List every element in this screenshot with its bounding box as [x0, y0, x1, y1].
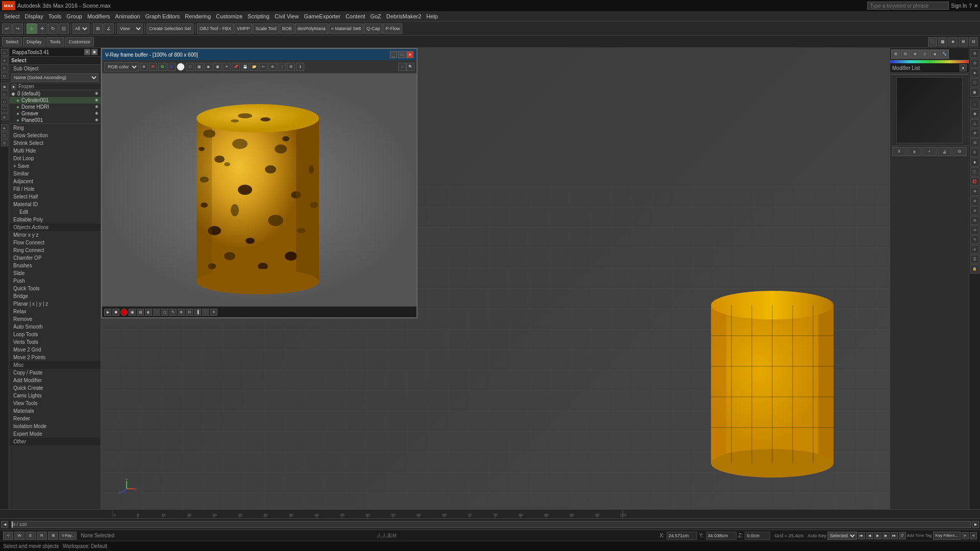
filter-dropdown[interactable]: All	[72, 23, 89, 34]
status-v-ray-btn[interactable]: V-Ray...	[59, 532, 77, 540]
fr-btn-21[interactable]: ⊎	[970, 245, 979, 254]
redo-btn[interactable]: ↪	[13, 23, 23, 34]
vray-status-icon-3[interactable]: ▣	[129, 309, 136, 316]
timeline-bar[interactable]: 0 / 100	[11, 521, 971, 528]
vray-status-icon-7[interactable]: ◻	[161, 309, 168, 316]
sort-dropdown[interactable]: Name (Sorted Ascending)	[11, 73, 99, 82]
fr-btn-16[interactable]: ⊛	[970, 196, 979, 206]
skip-btn[interactable]: ⊳	[962, 532, 969, 539]
vray-status-red[interactable]	[120, 309, 128, 316]
vray-btn-undo[interactable]: ↩	[259, 63, 267, 71]
tool-shrink-select[interactable]: Shrink Select	[9, 139, 101, 147]
vray-btn-lamp[interactable]: ☀	[223, 63, 231, 71]
tool-brushes[interactable]: Brushes	[9, 262, 101, 269]
rp-btn-utility[interactable]: 🔧	[940, 49, 949, 59]
vray-btn-pin[interactable]: 📌	[232, 63, 240, 71]
tb2-icon-4[interactable]: ⊞	[959, 37, 968, 46]
view-dropdown[interactable]: View	[117, 23, 143, 34]
scale-tool-btn[interactable]: Scale Tool	[253, 23, 279, 34]
tool-edit[interactable]: Edit	[9, 208, 101, 216]
fr-btn-10[interactable]: ☰	[970, 138, 979, 147]
tool-save[interactable]: + Save	[9, 162, 101, 170]
vray-status-icon-8[interactable]: ✎	[169, 309, 177, 316]
tool-expert-mode[interactable]: Expert Mode	[9, 430, 101, 438]
fr-btn-9[interactable]: ⊕	[970, 129, 979, 138]
far-left-btn-12[interactable]: ☰	[1, 139, 8, 146]
tool-push[interactable]: Push	[9, 277, 101, 285]
customize-tool-btn[interactable]: Customize	[65, 37, 94, 46]
tool-materials[interactable]: Materials	[9, 407, 101, 415]
tool-remove[interactable]: Remove	[9, 315, 101, 323]
obj-tool-btn[interactable]: OBJ Tool - FBX	[197, 23, 234, 34]
vray-icon-color[interactable]: ⊕	[140, 63, 148, 71]
create-selection-btn[interactable]: Create Selection Sel	[146, 23, 193, 34]
tool-copy-paste[interactable]: Copy / Paste	[9, 369, 101, 377]
menu-gameexporter[interactable]: GameExporter	[302, 13, 342, 19]
playback-play[interactable]: ▶	[874, 532, 881, 539]
time-config-btn[interactable]: ⏱	[899, 532, 906, 539]
modifier-list-dropdown[interactable]: ▼	[960, 64, 967, 71]
vray-status-icon-11[interactable]: ▐	[194, 309, 201, 316]
menu-select[interactable]: Select	[2, 13, 22, 19]
tool-mirror[interactable]: Mirror x y z	[9, 231, 101, 239]
menu-graph-editors[interactable]: Graph Editors	[143, 13, 182, 19]
material-sett-btn[interactable]: » Material Sett	[329, 23, 363, 34]
far-left-btn-2[interactable]: ✛	[1, 57, 8, 64]
vray-btn-g[interactable]: G	[158, 63, 166, 71]
tool-similar[interactable]: Similar	[9, 170, 101, 178]
fr-lock-icon[interactable]: 🔒	[970, 264, 979, 273]
modifier-creaseset1[interactable]: CreaseSet	[930, 74, 968, 75]
undo-btn[interactable]: ↩	[2, 23, 12, 34]
close-btn[interactable]: ✕	[974, 3, 978, 9]
playback-prev[interactable]: ⏮	[858, 532, 865, 539]
rp-btn-motion[interactable]: ▷	[920, 49, 929, 59]
move-btn[interactable]: ✛	[37, 23, 47, 34]
menu-tools[interactable]: Tools	[46, 13, 64, 19]
menu-content[interactable]: Content	[344, 13, 368, 19]
select-btn[interactable]: ⊹	[27, 23, 37, 34]
modifier-ctrl-4[interactable]: 🖨	[938, 147, 952, 156]
key-filters-btn[interactable]: Key Filters...	[933, 532, 961, 540]
modifier-turbosmooth[interactable]: TurboSmooth	[891, 74, 929, 75]
tool-quick-tools[interactable]: Quick Tools	[9, 285, 101, 292]
vray-color-dropdown[interactable]: RGB color	[104, 62, 139, 71]
tool-ring-connect[interactable]: Ring Connect	[9, 246, 101, 254]
display-tool-btn[interactable]: Display	[23, 37, 45, 46]
tb2-icon-1[interactable]: ⬛	[928, 37, 937, 46]
tool-auto-smooth[interactable]: Auto Smooth	[9, 323, 101, 331]
menu-goz[interactable]: GoZ	[368, 13, 383, 19]
vray-btn-film[interactable]: ▣	[213, 63, 222, 71]
menu-modifiers[interactable]: Modifiers	[85, 13, 112, 19]
menu-customize[interactable]: Customize	[214, 13, 244, 19]
far-left-btn-7[interactable]: ⬡	[1, 98, 8, 105]
vray-btn-settings[interactable]: ⚙	[287, 63, 295, 71]
rp-btn-modify[interactable]: ⊟	[901, 49, 910, 59]
fr-btn-15[interactable]: ⊗	[970, 187, 979, 196]
fr-btn-19[interactable]: ⊝	[970, 226, 979, 235]
snap-btn[interactable]: ⊞	[93, 23, 103, 34]
tools-tool-btn[interactable]: Tools	[46, 37, 64, 46]
p-flow-btn[interactable]: P-Flow	[383, 23, 402, 34]
tb2-icon-5[interactable]: ⊟	[969, 37, 978, 46]
bob-btn[interactable]: BOB	[280, 23, 295, 34]
vray-btn-b[interactable]: B	[167, 63, 176, 71]
fr-btn-3[interactable]: ◈	[970, 68, 979, 78]
status-move-btn[interactable]: W	[14, 532, 24, 540]
tool-ring[interactable]: Ring	[9, 124, 101, 132]
scene-item-domehdri[interactable]: ● Dome HDRI ✱	[9, 104, 101, 110]
status-rotate-btn[interactable]: E	[26, 532, 36, 540]
fr-btn-13[interactable]: ⬛	[970, 167, 979, 177]
scene-item-cylinder001[interactable]: ● Cylinder001 ✱	[9, 97, 101, 104]
far-left-btn-8[interactable]: ○	[1, 106, 8, 113]
fr-btn-5[interactable]: ▣	[970, 88, 979, 97]
tool-cams-lights[interactable]: Cams Lights	[9, 392, 101, 399]
vray-btn-zoom[interactable]: ⊕	[268, 63, 277, 71]
tool-dot-loop[interactable]: Dot Loop	[9, 155, 101, 162]
vray-btn-save[interactable]: 💾	[241, 63, 249, 71]
fr-btn-11[interactable]: ⊼	[970, 148, 979, 157]
rp-btn-hierarchy[interactable]: ⊕	[911, 49, 920, 59]
modifier-ctrl-1[interactable]: ⊼	[892, 147, 906, 156]
tool-move2grid[interactable]: Move 2 Grid	[9, 346, 101, 354]
scene-item-0default[interactable]: ◆ 0 (default) ✱	[9, 90, 101, 97]
tool-material-id[interactable]: Material ID	[9, 201, 101, 208]
